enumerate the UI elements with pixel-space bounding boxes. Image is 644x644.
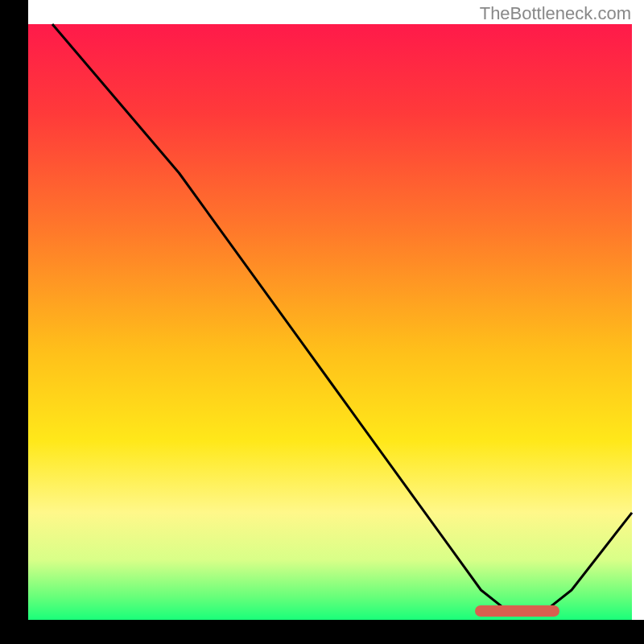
gradient-background <box>28 24 632 620</box>
bottleneck-chart <box>0 0 644 644</box>
optimal-band-marker <box>475 605 559 617</box>
chart-container: TheBottleneck.com <box>0 0 644 644</box>
left-axis-bar <box>0 0 28 644</box>
bottom-axis-bar <box>0 620 644 644</box>
watermark-text: TheBottleneck.com <box>480 3 631 24</box>
